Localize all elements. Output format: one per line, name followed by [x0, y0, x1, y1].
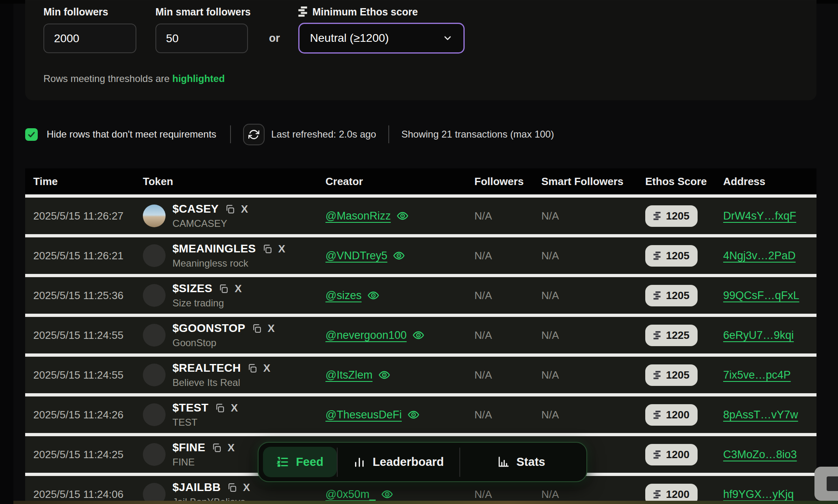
ethos-cell: 1205: [645, 205, 723, 227]
bottom-navigation: Feed Leaderboard Stats: [258, 442, 587, 482]
eye-icon[interactable]: [407, 409, 420, 421]
token-name: $JAILBB: [172, 481, 221, 494]
threshold-note-highlight: highlighted: [172, 73, 224, 84]
creator-link[interactable]: @TheseusDeFi: [325, 409, 402, 421]
address-cell: 7ix5ve…pc4P: [723, 369, 816, 381]
token-subtitle: GoonStop: [172, 337, 275, 349]
column-header: Token: [143, 175, 325, 188]
threshold-note-text: Rows meeting thresholds are: [43, 73, 172, 84]
time-cell: 2025/5/15 11:24:25: [33, 448, 143, 461]
copy-icon[interactable]: [262, 244, 272, 254]
x-twitter-icon[interactable]: X: [231, 403, 238, 413]
x-twitter-icon[interactable]: X: [263, 363, 270, 373]
ethos-cell: 1200: [645, 444, 723, 465]
refresh-icon: [248, 129, 259, 140]
smart-followers-cell: N/A: [541, 250, 645, 262]
address-link[interactable]: 4Ngj3v…2PaD: [723, 250, 796, 262]
min-smart-followers-label: Min smart followers: [155, 5, 251, 19]
creator-link[interactable]: @ItsZlem: [325, 369, 373, 381]
eye-icon[interactable]: [393, 250, 405, 262]
x-twitter-icon[interactable]: X: [268, 323, 275, 334]
ethos-score-badge: 1205: [645, 364, 698, 386]
smart-followers-cell: N/A: [541, 329, 645, 342]
hide-rows-checkbox[interactable]: [25, 128, 38, 141]
filter-panel: Min followers Min smart followers or Min…: [25, 0, 816, 100]
followers-cell: N/A: [474, 409, 541, 421]
token-avatar: [143, 284, 166, 307]
eye-icon[interactable]: [378, 369, 390, 381]
column-header: Smart Followers: [541, 175, 645, 188]
scroll-top-button[interactable]: [814, 467, 838, 501]
followers-cell: N/A: [474, 250, 541, 262]
background-texture-strip: [13, 501, 838, 504]
ethos-score-select[interactable]: Neutral (≥1200): [298, 23, 465, 54]
address-cell: DrW4sY…fxqF: [723, 210, 816, 222]
table-row: 2025/5/15 11:26:27 $CASEY X CAMCASEY @Ma…: [25, 198, 816, 234]
creator-link[interactable]: @sizes: [325, 289, 362, 302]
address-link[interactable]: DrW4sY…fxqF: [723, 210, 796, 222]
creator-cell: @TheseusDeFi: [325, 409, 474, 421]
token-avatar: [143, 403, 166, 426]
ethos-logo-icon: [653, 411, 661, 419]
x-twitter-icon[interactable]: X: [241, 204, 248, 214]
divider: [230, 125, 231, 143]
token-name: $MEANINGLES: [172, 242, 256, 255]
eye-icon[interactable]: [396, 210, 409, 222]
x-twitter-icon[interactable]: X: [228, 442, 235, 453]
ethos-score-value: 1225: [666, 329, 689, 342]
address-link[interactable]: 99QCsF…qFxL: [723, 289, 799, 302]
ethos-logo-icon: [653, 490, 661, 499]
token-name: $SIZES: [172, 282, 212, 295]
scroll-top-glyph: [827, 476, 838, 491]
address-link[interactable]: 6eRyU7…9kqi: [723, 329, 794, 341]
ethos-cell: 1225: [645, 325, 723, 346]
ethos-cell: 1205: [645, 245, 723, 267]
ethos-logo-icon: [653, 291, 661, 300]
creator-link[interactable]: @0x50m_: [325, 488, 375, 501]
ethos-logo-icon: [298, 6, 307, 17]
eye-icon[interactable]: [367, 289, 379, 302]
token-cell: $REALTECH X Believe Its Real: [143, 362, 325, 388]
eye-icon[interactable]: [412, 329, 424, 341]
ethos-score-value: 1205: [666, 289, 689, 302]
refresh-button[interactable]: [243, 124, 265, 145]
address-cell: 99QCsF…qFxL: [723, 289, 816, 302]
address-link[interactable]: hf9YGX…yKjq: [723, 488, 794, 500]
tab-feed-label: Feed: [296, 455, 323, 469]
x-twitter-icon[interactable]: X: [243, 482, 250, 493]
creator-cell: @sizes: [325, 289, 474, 302]
smart-followers-cell: N/A: [541, 488, 645, 501]
address-cell: hf9YGX…yKjq: [723, 488, 816, 501]
ethos-cell: 1200: [645, 404, 723, 426]
eye-icon[interactable]: [381, 488, 393, 500]
ethos-cell: 1205: [645, 364, 723, 386]
copy-icon[interactable]: [215, 403, 225, 413]
ethos-score-value: 1205: [666, 369, 689, 381]
tab-feed[interactable]: Feed: [263, 447, 337, 477]
copy-icon[interactable]: [247, 363, 257, 373]
copy-icon[interactable]: [211, 443, 222, 453]
copy-icon[interactable]: [227, 482, 237, 493]
smart-followers-cell: N/A: [541, 289, 645, 302]
ethos-score-badge: 1200: [645, 444, 698, 465]
address-link[interactable]: 7ix5ve…pc4P: [723, 369, 791, 381]
min-followers-input[interactable]: [43, 24, 136, 53]
creator-link[interactable]: @MasonRizz: [325, 210, 391, 222]
creator-link[interactable]: @VNDTrey5: [325, 250, 387, 262]
copy-icon[interactable]: [252, 323, 262, 334]
token-avatar: [143, 244, 166, 267]
copy-icon[interactable]: [218, 284, 228, 294]
address-link[interactable]: 8pAssT…vY7w: [723, 409, 798, 421]
ethos-score-badge: 1225: [645, 325, 698, 346]
creator-link[interactable]: @nevergoon100: [325, 329, 407, 342]
tab-stats[interactable]: Stats: [460, 447, 582, 477]
x-twitter-icon[interactable]: X: [278, 243, 285, 254]
copy-icon[interactable]: [225, 204, 235, 214]
ethos-logo-icon: [653, 371, 661, 379]
tab-leaderboard[interactable]: Leaderboard: [338, 447, 459, 477]
tab-leaderboard-label: Leaderboard: [373, 455, 444, 469]
followers-cell: N/A: [474, 289, 541, 302]
x-twitter-icon[interactable]: X: [235, 283, 241, 294]
address-link[interactable]: C3MoZo…8io3: [723, 448, 797, 461]
min-smart-followers-input[interactable]: [155, 24, 248, 53]
